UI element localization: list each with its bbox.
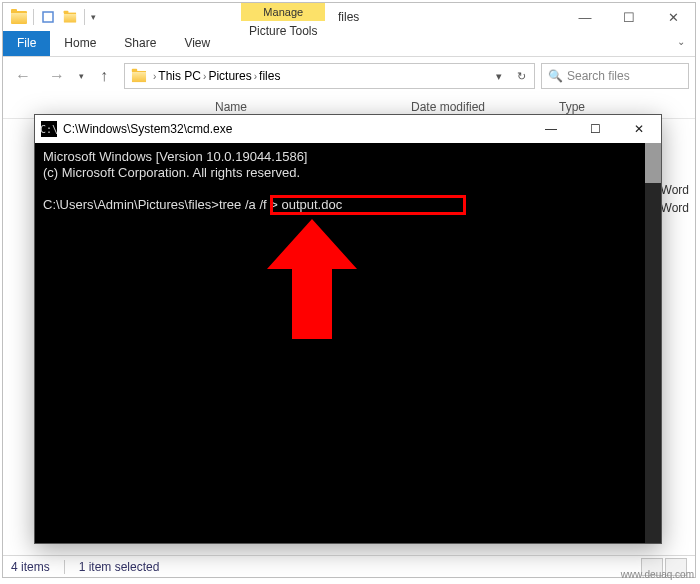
cmd-window-controls: — ☐ ✕ bbox=[529, 115, 661, 143]
cmd-icon: C:\ bbox=[41, 121, 57, 137]
qat-newfolder-icon[interactable] bbox=[60, 7, 80, 27]
cmd-scrollbar-thumb[interactable] bbox=[645, 143, 661, 183]
chevron-right-icon[interactable]: › bbox=[151, 71, 158, 82]
share-tab[interactable]: Share bbox=[110, 31, 170, 56]
qat-chevron-icon[interactable]: ▾ bbox=[91, 12, 96, 22]
cmd-minimize-button[interactable]: — bbox=[529, 115, 573, 143]
maximize-button[interactable]: ☐ bbox=[607, 3, 651, 31]
file-tab[interactable]: File bbox=[3, 31, 50, 56]
column-date[interactable]: Date modified bbox=[411, 100, 559, 114]
address-root[interactable] bbox=[127, 70, 151, 83]
item-count: 4 items bbox=[11, 560, 50, 574]
watermark: www.deuaq.com bbox=[621, 569, 694, 580]
app-icon[interactable] bbox=[9, 7, 29, 27]
qat-properties-icon[interactable] bbox=[38, 7, 58, 27]
chevron-right-icon[interactable]: › bbox=[252, 71, 259, 82]
search-input[interactable]: 🔍 Search files bbox=[541, 63, 689, 89]
separator bbox=[33, 9, 34, 25]
column-name[interactable]: Name bbox=[3, 100, 411, 114]
separator bbox=[84, 9, 85, 25]
quick-access-toolbar: ▾ bbox=[3, 3, 96, 31]
search-placeholder: Search files bbox=[567, 69, 630, 83]
search-icon: 🔍 bbox=[548, 69, 563, 83]
list-item[interactable]: Word bbox=[661, 181, 689, 199]
window-title: files bbox=[338, 10, 359, 24]
cmd-title-text: C:\Windows\System32\cmd.exe bbox=[63, 122, 232, 136]
selection-count: 1 item selected bbox=[79, 560, 160, 574]
view-tab[interactable]: View bbox=[170, 31, 224, 56]
address-segment[interactable]: This PC bbox=[158, 69, 201, 83]
minimize-button[interactable]: — bbox=[563, 3, 607, 31]
forward-button[interactable]: → bbox=[43, 62, 71, 90]
address-segment[interactable]: files bbox=[259, 69, 280, 83]
history-chevron-icon[interactable]: ▾ bbox=[79, 71, 84, 81]
list-item[interactable]: Word bbox=[661, 199, 689, 217]
separator bbox=[64, 560, 65, 574]
titlebar: ▾ files — ☐ ✕ bbox=[3, 3, 695, 31]
annotation-arrow-icon bbox=[267, 219, 357, 339]
column-type[interactable]: Type bbox=[559, 100, 695, 114]
svg-rect-0 bbox=[43, 12, 53, 22]
cmd-body[interactable]: Microsoft Windows [Version 10.0.19044.15… bbox=[35, 143, 661, 543]
address-bar[interactable]: › This PC › Pictures › files ▾ ↻ bbox=[124, 63, 535, 89]
ribbon-tabs: File Home Share View Manage Picture Tool… bbox=[3, 31, 695, 57]
cmd-scrollbar[interactable] bbox=[645, 143, 661, 543]
cmd-output-line: Microsoft Windows [Version 10.0.19044.15… bbox=[43, 149, 653, 165]
cmd-output-line: (c) Microsoft Corporation. All rights re… bbox=[43, 165, 653, 181]
chevron-right-icon[interactable]: › bbox=[201, 71, 208, 82]
back-button[interactable]: ← bbox=[9, 62, 37, 90]
svg-marker-1 bbox=[267, 219, 357, 339]
address-segment[interactable]: Pictures bbox=[208, 69, 251, 83]
window-controls: — ☐ ✕ bbox=[563, 3, 695, 31]
cmd-maximize-button[interactable]: ☐ bbox=[573, 115, 617, 143]
refresh-icon[interactable]: ↻ bbox=[510, 70, 532, 83]
ribbon-expand-icon[interactable]: ⌄ bbox=[667, 31, 695, 56]
context-tab-header[interactable]: Manage bbox=[241, 3, 325, 21]
status-bar: 4 items 1 item selected bbox=[3, 555, 695, 577]
content-peek: Word Word bbox=[661, 181, 689, 217]
cmd-window: C:\ C:\Windows\System32\cmd.exe — ☐ ✕ Mi… bbox=[34, 114, 662, 544]
close-button[interactable]: ✕ bbox=[651, 3, 695, 31]
cmd-titlebar[interactable]: C:\ C:\Windows\System32\cmd.exe — ☐ ✕ bbox=[35, 115, 661, 143]
cmd-close-button[interactable]: ✕ bbox=[617, 115, 661, 143]
address-row: ← → ▾ ↑ › This PC › Pictures › files ▾ ↻… bbox=[3, 57, 695, 95]
picture-tools-tab[interactable]: Picture Tools bbox=[235, 21, 331, 43]
home-tab[interactable]: Home bbox=[50, 31, 110, 56]
annotation-highlight bbox=[270, 195, 466, 215]
address-dropdown-icon[interactable]: ▾ bbox=[488, 70, 510, 83]
up-button[interactable]: ↑ bbox=[90, 62, 118, 90]
